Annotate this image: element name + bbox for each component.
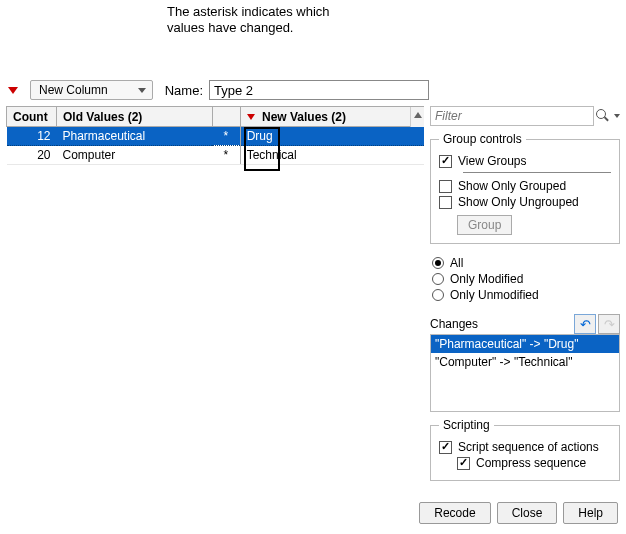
changes-list-item[interactable]: "Computer" -> "Technical"	[431, 353, 619, 371]
filter-all-label: All	[450, 256, 463, 270]
changes-list[interactable]: "Pharmaceutical" -> "Drug" "Computer" ->…	[430, 334, 620, 412]
group-controls-legend: Group controls	[439, 132, 526, 146]
scripting-fieldset: Scripting Script sequence of actions Com…	[430, 418, 620, 481]
cell-count: 12	[7, 127, 57, 146]
script-sequence-label: Script sequence of actions	[458, 440, 599, 454]
show-only-grouped-checkbox[interactable]	[439, 180, 452, 193]
table-row[interactable]: 20 Computer * Technical	[7, 146, 425, 165]
annotation-line1: The asterisk indicates which	[167, 4, 330, 20]
help-button[interactable]: Help	[563, 502, 618, 524]
group-controls-fieldset: Group controls View Groups Show Only Gro…	[430, 132, 620, 244]
cell-old: Computer	[57, 146, 213, 165]
filter-modified-label: Only Modified	[450, 272, 523, 286]
col-old-header[interactable]: Old Values (2)	[57, 107, 213, 127]
undo-button[interactable]: ↶	[574, 314, 596, 334]
cell-star: *	[212, 127, 240, 146]
annotation-line2: values have changed.	[167, 20, 330, 36]
show-only-ungrouped-checkbox[interactable]	[439, 196, 452, 209]
show-only-ungrouped-label: Show Only Ungrouped	[458, 195, 579, 209]
cell-star: *	[212, 146, 240, 165]
cell-count: 20	[7, 146, 57, 165]
cell-old: Pharmaceutical	[57, 127, 213, 146]
filter-unmodified-label: Only Unmodified	[450, 288, 539, 302]
search-icon[interactable]	[596, 109, 610, 123]
column-menu-icon[interactable]	[247, 114, 255, 120]
col-star-header	[212, 107, 240, 127]
cell-new[interactable]: Drug	[240, 127, 424, 146]
group-button[interactable]: Group	[457, 215, 512, 235]
changes-list-item[interactable]: "Pharmaceutical" -> "Drug"	[431, 335, 619, 353]
scripting-legend: Scripting	[439, 418, 494, 432]
redo-button: ↷	[598, 314, 620, 334]
cell-new[interactable]: Technical	[240, 146, 424, 165]
chevron-down-icon	[138, 88, 146, 93]
filter-modified-radio[interactable]	[432, 273, 444, 285]
script-sequence-checkbox[interactable]	[439, 441, 452, 454]
sort-asc-icon[interactable]	[414, 112, 422, 118]
compress-sequence-label: Compress sequence	[476, 456, 586, 470]
col-count-header[interactable]: Count	[7, 107, 57, 127]
divider	[463, 172, 611, 173]
recode-button[interactable]: Recode	[419, 502, 490, 524]
annotation-text: The asterisk indicates which values have…	[167, 4, 330, 37]
table-row[interactable]: 12 Pharmaceutical * Drug	[7, 127, 425, 146]
changes-label: Changes	[430, 317, 478, 331]
panel-menu-icon[interactable]	[6, 81, 20, 99]
filter-input[interactable]	[430, 106, 594, 126]
recode-table-area: Count Old Values (2) New Values (2) 12 P…	[6, 106, 424, 165]
name-label: Name:	[165, 83, 203, 98]
filter-menu-icon[interactable]	[614, 114, 620, 118]
column-selector-value: New Column	[39, 83, 108, 97]
show-only-grouped-label: Show Only Grouped	[458, 179, 566, 193]
compress-sequence-checkbox[interactable]	[457, 457, 470, 470]
view-groups-label: View Groups	[458, 154, 526, 168]
filter-all-radio[interactable]	[432, 257, 444, 269]
column-selector[interactable]: New Column	[30, 80, 153, 100]
col-new-header[interactable]: New Values (2)	[240, 107, 424, 127]
close-button[interactable]: Close	[497, 502, 558, 524]
name-input[interactable]	[209, 80, 429, 100]
filter-unmodified-radio[interactable]	[432, 289, 444, 301]
view-groups-checkbox[interactable]	[439, 155, 452, 168]
